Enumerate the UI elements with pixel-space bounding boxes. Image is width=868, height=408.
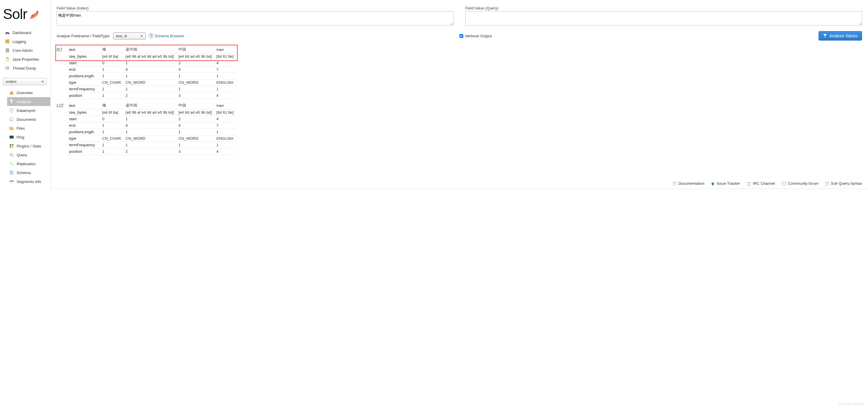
row-label: end bbox=[67, 122, 100, 129]
svg-rect-8 bbox=[6, 58, 8, 61]
subnav-segments[interactable]: Segments info bbox=[7, 177, 50, 186]
subnav-files[interactable]: Files bbox=[7, 124, 50, 133]
token-cell: 4 bbox=[215, 92, 237, 99]
token-cell: 1 bbox=[177, 129, 215, 135]
subnav-label: Overview bbox=[17, 91, 33, 95]
field-value-query-input[interactable] bbox=[465, 11, 862, 26]
server-icon bbox=[5, 48, 10, 53]
token-cell: 4 bbox=[215, 116, 237, 122]
subnav-schema[interactable]: Schema bbox=[7, 168, 50, 177]
subnav-query[interactable]: Query bbox=[7, 150, 50, 159]
doc-icon bbox=[825, 181, 829, 185]
footer-query-syntax[interactable]: Solr Query Syntax bbox=[825, 181, 862, 185]
svg-rect-22 bbox=[10, 146, 11, 148]
subnav-label: Segments info bbox=[17, 179, 41, 184]
schema-browser-link[interactable]: ? Schema Browser bbox=[149, 33, 184, 38]
token-cell: CN_WORD bbox=[177, 135, 215, 142]
token-cell: 是中国 bbox=[124, 46, 177, 53]
row-label: start bbox=[67, 60, 100, 66]
analyse-fieldname-label: Analyse Fieldname / FieldType: bbox=[57, 34, 110, 38]
row-label: text bbox=[67, 102, 100, 109]
token-cell: 1 bbox=[100, 122, 124, 129]
token-cell: [e4 b8 ad e5 9b bd] bbox=[177, 109, 215, 116]
nav-item-logging[interactable]: Logging bbox=[3, 37, 50, 46]
footer-issue-tracker[interactable]: Issue Tracker bbox=[711, 181, 740, 185]
logging-icon bbox=[5, 39, 10, 44]
analysis-results: IKTtext俺是中国中国manraw_bytes[e4 bf ba][e6 9… bbox=[51, 44, 868, 162]
token-cell: 4 bbox=[177, 122, 215, 129]
token-cell: [6d 61 6e] bbox=[215, 53, 237, 60]
plugin-icon bbox=[9, 144, 14, 148]
token-cell: 1 bbox=[177, 142, 215, 148]
nav-item-java-properties[interactable]: Java Properties bbox=[3, 55, 50, 64]
token-cell: [e6 98 af e4 b8 ad e5 9b bd] bbox=[124, 109, 177, 116]
search-icon bbox=[9, 152, 14, 157]
nav-item-core-admin[interactable]: Core Admin bbox=[3, 46, 50, 55]
subnav-documents[interactable]: Documents bbox=[7, 115, 50, 124]
row-label: raw_bytes bbox=[67, 53, 100, 60]
jar-icon bbox=[5, 57, 10, 62]
token-cell: 1 bbox=[215, 73, 237, 79]
nav-item-dashboard[interactable]: Dashboard bbox=[3, 28, 50, 37]
subnav-overview[interactable]: Overview bbox=[7, 88, 50, 97]
token-cell: man bbox=[215, 46, 237, 53]
users-icon bbox=[746, 181, 751, 185]
footer-irc[interactable]: IRC Channel bbox=[746, 181, 775, 185]
footer-label: Documentation bbox=[678, 181, 704, 185]
document-import-icon bbox=[9, 108, 14, 113]
field-value-index-input[interactable] bbox=[57, 11, 454, 26]
mail-icon bbox=[781, 182, 786, 185]
footer-community[interactable]: Community forum bbox=[781, 181, 818, 185]
svg-rect-6 bbox=[6, 50, 9, 51]
book-icon bbox=[9, 170, 14, 175]
row-label: raw_bytes bbox=[67, 109, 100, 116]
fieldtype-select[interactable]: text_ik ▼ bbox=[113, 33, 146, 39]
token-cell: 是中国 bbox=[124, 102, 177, 109]
verbose-label: Verbose Output bbox=[465, 34, 492, 38]
verbose-output-toggle[interactable]: Verbose Output bbox=[460, 34, 492, 38]
svg-rect-21 bbox=[12, 144, 13, 146]
subnav-label: Replication bbox=[17, 162, 36, 166]
subnav-ping[interactable]: Ping bbox=[7, 133, 50, 141]
row-label: position bbox=[67, 92, 100, 99]
token-cell: 1 bbox=[177, 86, 215, 92]
svg-rect-33 bbox=[11, 181, 12, 182]
verbose-checkbox[interactable] bbox=[460, 34, 463, 38]
subnav-analysis[interactable]: Analysis bbox=[7, 97, 50, 106]
token-cell: 1 bbox=[100, 73, 124, 79]
token-cell: 2 bbox=[124, 92, 177, 99]
help-icon: ? bbox=[149, 33, 153, 38]
token-cell: 1 bbox=[124, 60, 177, 66]
subnav-label: Plugins / Stats bbox=[17, 144, 41, 148]
funnel-icon bbox=[9, 99, 14, 104]
svg-rect-9 bbox=[6, 58, 8, 58]
token-cell: [6d 61 6e] bbox=[215, 109, 237, 116]
token-cell: CN_WORD bbox=[124, 135, 177, 142]
token-cell: [e4 bf ba] bbox=[100, 109, 124, 116]
core-selector[interactable]: orders ▼ bbox=[3, 78, 47, 85]
nav-label: Logging bbox=[12, 39, 26, 44]
analyse-values-button[interactable]: Analyse Values bbox=[818, 31, 862, 40]
footer-links: Documentation Issue Tracker IRC Channel … bbox=[51, 178, 868, 189]
token-cell: 1 bbox=[124, 142, 177, 148]
fieldtype-value: text_ik bbox=[116, 34, 127, 38]
sidebar: Solr Dashboard Logging Core Admin Java P… bbox=[0, 0, 50, 189]
token-cell: 0 bbox=[100, 60, 124, 66]
row-label: end bbox=[67, 66, 100, 73]
nav-item-thread-dump[interactable]: Thread Dump bbox=[3, 64, 50, 72]
row-label: positionLength bbox=[67, 73, 100, 79]
subnav-dataimport[interactable]: Dataimport bbox=[7, 106, 50, 115]
token-cell: CN_WORD bbox=[177, 79, 215, 86]
row-label: termFrequency bbox=[67, 86, 100, 92]
row-label: type bbox=[67, 135, 100, 142]
subnav-plugins[interactable]: Plugins / Stats bbox=[7, 141, 50, 150]
ping-icon bbox=[9, 135, 14, 139]
analysis-table: text俺是中国中国manraw_bytes[e4 bf ba][e6 98 a… bbox=[67, 102, 237, 155]
token-cell: 1 bbox=[100, 66, 124, 73]
token-cell: man bbox=[215, 102, 237, 109]
subnav-replication[interactable]: Replication bbox=[7, 159, 50, 168]
token-cell: 4 bbox=[124, 66, 177, 73]
footer-label: IRC Channel bbox=[753, 181, 775, 185]
footer-documentation[interactable]: Documentation bbox=[673, 181, 704, 185]
chevron-down-icon: ▼ bbox=[140, 34, 143, 38]
